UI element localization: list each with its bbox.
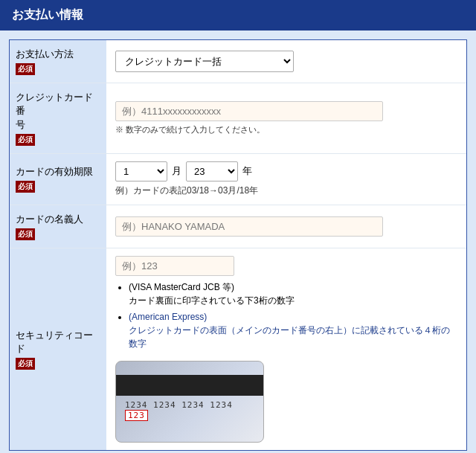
card-number-field: ※ 数字のみで続けて入力してください。 [106, 83, 466, 153]
cardholder-row: カードの名義人 必須 [10, 205, 466, 248]
form-outer: お支払い方法 必須 クレジットカード一括 クレジットカード分割 クレジットカード… [0, 30, 476, 453]
security-code-field: (VISA MasterCard JCB 等) カード裏面に印字されている下3桁… [106, 248, 466, 450]
card-number-label-line2: 号 [16, 118, 25, 132]
cardholder-field [106, 205, 466, 248]
card-digits: 1234 1234 1234 1234 [125, 400, 233, 410]
card-visual: 1234 1234 1234 1234 123 [115, 361, 264, 443]
card-number-display: 1234 1234 1234 1234 123 [125, 400, 263, 421]
year-unit: 年 [242, 164, 252, 178]
security-code-required: 必須 [16, 358, 35, 370]
payment-method-select[interactable]: クレジットカード一括 クレジットカード分割 [115, 51, 294, 72]
card-cvv-highlight: 123 [125, 410, 148, 421]
expiry-year-select[interactable]: 23 24 25 26 27 28 29 30 [186, 161, 238, 181]
card-number-input[interactable] [115, 101, 383, 121]
security-hint-visa: (VISA MasterCard JCB 等) カード裏面に印字されている下3桁… [129, 280, 457, 307]
security-code-label: セキュリティコード [16, 329, 100, 356]
payment-method-required: 必須 [16, 63, 35, 75]
expiry-field: 1 2 3 4 5 6 7 8 9 10 11 12 [106, 154, 466, 205]
security-code-label-cell: セキュリティコード 必須 [10, 248, 106, 450]
security-hint-visa-main: (VISA MasterCard JCB 等) [129, 282, 234, 292]
cardholder-label: カードの名義人 [16, 213, 83, 226]
security-code-hints: (VISA MasterCard JCB 等) カード裏面に印字されている下3桁… [115, 280, 457, 353]
page-container: お支払い情報 お支払い方法 必須 クレジットカード一括 クレジットカード分割 [0, 0, 476, 453]
payment-method-field: クレジットカード一括 クレジットカード分割 [106, 40, 466, 83]
payment-method-label: お支払い方法 [16, 48, 74, 61]
card-number-required: 必須 [16, 134, 35, 146]
payment-method-row: お支払い方法 必須 クレジットカード一括 クレジットカード分割 [10, 40, 466, 83]
month-unit: 月 [172, 164, 181, 178]
expiry-label-cell: カードの有効期限 必須 [10, 154, 106, 205]
security-hint-amex-sub: クレジットカードの表面（メインのカード番号の右上）に記載されている４桁の数字 [129, 325, 450, 349]
expiry-month-select[interactable]: 1 2 3 4 5 6 7 8 9 10 11 12 [115, 161, 167, 181]
security-hint-amex-main: (American Express) [129, 312, 207, 322]
expiry-required: 必須 [16, 181, 35, 193]
expiry-selects: 1 2 3 4 5 6 7 8 9 10 11 12 [115, 161, 457, 181]
security-code-input[interactable] [115, 256, 234, 276]
card-magnetic-stripe [116, 375, 263, 396]
cardholder-required: 必須 [16, 228, 35, 240]
expiry-row: カードの有効期限 必須 1 2 3 4 5 6 7 8 [10, 154, 466, 205]
card-number-row: クレジットカード番 号 必須 ※ 数字のみで続けて入力してください。 [10, 83, 466, 154]
page-header: お支払い情報 [0, 0, 476, 30]
form-inner: お支払い方法 必須 クレジットカード一括 クレジットカード分割 クレジットカード… [9, 39, 467, 451]
security-code-row: セキュリティコード 必須 (VISA MasterCard JCB 等) カード… [10, 248, 466, 450]
expiry-example: 例）カードの表記03/18→03月/18年 [115, 184, 457, 197]
expiry-label: カードの有効期限 [16, 165, 93, 179]
security-hint-visa-sub: カード裏面に印字されている下3桁の数字 [129, 295, 295, 306]
card-number-label-line1: クレジットカード番 [16, 91, 100, 118]
security-code-content: (VISA MasterCard JCB 等) カード裏面に印字されている下3桁… [115, 256, 457, 443]
payment-method-label-cell: お支払い方法 必須 [10, 40, 106, 83]
cardholder-input[interactable] [115, 216, 383, 237]
security-hint-amex: (American Express) クレジットカードの表面（メインのカード番号… [129, 310, 457, 350]
cardholder-label-cell: カードの名義人 必須 [10, 205, 106, 248]
card-number-label-cell: クレジットカード番 号 必須 [10, 83, 106, 153]
page-title: お支払い情報 [12, 8, 83, 21]
card-number-hint: ※ 数字のみで続けて入力してください。 [115, 124, 457, 135]
